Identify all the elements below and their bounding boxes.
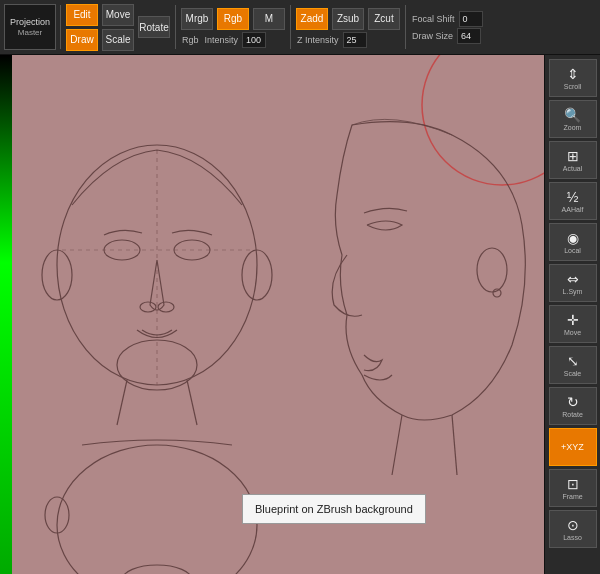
zoom-label: Zoom (564, 124, 582, 131)
draw-button[interactable]: Draw (66, 29, 98, 51)
svg-line-16 (452, 415, 457, 475)
scroll-icon: ⇕ (567, 67, 579, 81)
rotate-group: Rotate (137, 15, 171, 39)
color-mode-group: Mrgb Rgb M Rgb Intensity 100 (180, 7, 286, 48)
svg-point-5 (140, 302, 156, 312)
lasso-icon: ⊙ (567, 518, 579, 532)
svg-point-13 (477, 248, 507, 292)
rgb-intensity-value: 100 (242, 32, 266, 48)
actual-icon: ⊞ (567, 149, 579, 163)
rotate-icon: ↻ (567, 395, 579, 409)
rgb-intensity-label: Rgb (180, 35, 201, 45)
divider-3 (290, 5, 291, 49)
toolbar: Projection Master Edit Draw Move Scale R… (0, 0, 600, 55)
aahalf-button[interactable]: ½ AAHalf (549, 182, 597, 220)
z-intensity-value: 25 (343, 32, 367, 48)
scroll-label: Scroll (564, 83, 582, 90)
svg-point-0 (422, 55, 544, 185)
lsym-icon: ⇔ (567, 272, 579, 286)
lasso-label: Lasso (563, 534, 582, 541)
divider-1 (60, 5, 61, 49)
zcut-button[interactable]: Zcut (368, 8, 400, 30)
frame-icon: ⊡ (567, 477, 579, 491)
move-sidebar-button[interactable]: ✛ Move (549, 305, 597, 343)
scale-icon: ⤡ (567, 354, 579, 368)
actual-label: Actual (563, 165, 582, 172)
focal-shift-value: 0 (459, 11, 483, 27)
scroll-button[interactable]: ⇕ Scroll (549, 59, 597, 97)
divider-2 (175, 5, 176, 49)
actual-button[interactable]: ⊞ Actual (549, 141, 597, 179)
lsym-button[interactable]: ⇔ L.Sym (549, 264, 597, 302)
m-button[interactable]: M (253, 8, 285, 30)
zoom-button[interactable]: 🔍 Zoom (549, 100, 597, 138)
projection-sub: Master (9, 28, 51, 38)
focal-shift-label: Focal Shift (410, 14, 457, 24)
zadd-button[interactable]: Zadd (296, 8, 328, 30)
svg-line-10 (187, 380, 197, 425)
svg-line-15 (392, 415, 402, 475)
local-button[interactable]: ◉ Local (549, 223, 597, 261)
draw-size-label: Draw Size (410, 31, 455, 41)
draw-size-value: 64 (457, 28, 481, 44)
move-button[interactable]: Move (102, 4, 134, 26)
z-intensity-label: Z Intensity (295, 35, 341, 45)
move-icon: ✛ (567, 313, 579, 327)
zoom-icon: 🔍 (564, 108, 581, 122)
xyz-label: +XYZ (561, 442, 584, 452)
scale-button[interactable]: Scale (102, 29, 134, 51)
scale-sidebar-label: Scale (564, 370, 582, 377)
zsub-button[interactable]: Zsub (332, 8, 364, 30)
scale-sidebar-button[interactable]: ⤡ Scale (549, 346, 597, 384)
blueprint-drawing (12, 55, 544, 574)
local-icon: ◉ (567, 231, 579, 245)
lsym-label: L.Sym (563, 288, 583, 295)
rotate-button[interactable]: Rotate (138, 16, 170, 38)
rgb-button[interactable]: Rgb (217, 8, 249, 30)
local-label: Local (564, 247, 581, 254)
aahalf-label: AAHalf (562, 206, 584, 213)
focal-draw-group: Focal Shift 0 Draw Size 64 (410, 11, 483, 44)
frame-button[interactable]: ⊡ Frame (549, 469, 597, 507)
lasso-button[interactable]: ⊙ Lasso (549, 510, 597, 548)
svg-line-9 (117, 380, 127, 425)
canvas-area[interactable]: Blueprint on ZBrush background (12, 55, 544, 574)
projection-master-button[interactable]: Projection Master (4, 4, 56, 50)
color-bar (0, 55, 12, 574)
move-sidebar-label: Move (564, 329, 581, 336)
svg-point-6 (158, 302, 174, 312)
rgb-intensity-label2: Intensity (203, 35, 241, 45)
rotate-sidebar-label: Rotate (562, 411, 583, 418)
rotate-sidebar-button[interactable]: ↻ Rotate (549, 387, 597, 425)
mrgb-button[interactable]: Mrgb (181, 8, 213, 30)
edit-draw-group: Edit Draw (65, 3, 99, 52)
right-sidebar: ⇕ Scroll 🔍 Zoom ⊞ Actual ½ AAHalf ◉ Loca… (544, 55, 600, 574)
z-mode-group: Zadd Zsub Zcut Z Intensity 25 (295, 7, 401, 48)
svg-point-17 (57, 445, 257, 574)
projection-label: Projection (9, 17, 51, 28)
frame-label: Frame (562, 493, 582, 500)
xyz-button[interactable]: +XYZ (549, 428, 597, 466)
svg-point-19 (122, 565, 192, 574)
aahalf-icon: ½ (567, 190, 579, 204)
edit-button[interactable]: Edit (66, 4, 98, 26)
divider-4 (405, 5, 406, 49)
transform-group: Move Scale (101, 3, 135, 52)
